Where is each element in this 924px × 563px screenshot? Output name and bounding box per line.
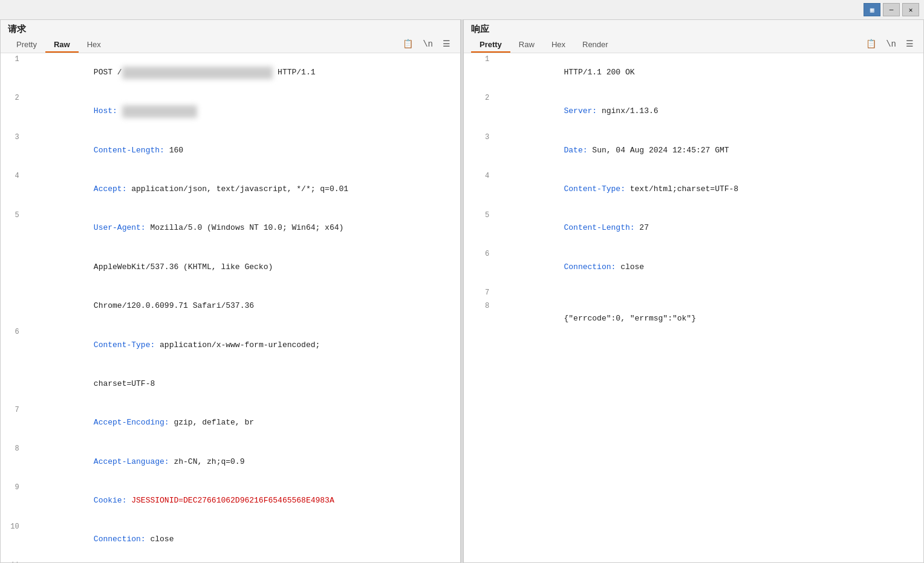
line-content: Chrome/120.0.6099.71 Safari/537.36 [25,287,460,325]
resp-body: {"errcode":0, "errmsg":"ok"} [564,314,696,323]
line-number [1,248,25,287]
line-number: 4 [1,170,25,209]
request-title: 请求 [8,24,453,35]
line-number: 1 [1,53,25,92]
resp-header-key: Date: [564,146,588,155]
resp-header-val: nginx/1.13.6 [597,106,658,116]
table-row: 3 Date: Sun, 04 Aug 2024 12:45:27 GMT [464,131,923,170]
header-val: application/x-www-form-urlencoded; [155,340,320,350]
resp-header-val: close [616,262,644,272]
resp-header-val: 27 [635,223,649,232]
newline-icon[interactable]: \n [420,38,435,50]
layout-btn-split[interactable]: ▦ [864,3,880,16]
request-header: 请求 Pretty Raw Hex 📋 \n ☰ [1,20,460,53]
response-lines-table: 1 HTTP/1.1 200 OK 2 Server: nginx/1.13.6 [464,53,923,339]
table-row: 1 POST /████████████████████████████████… [1,53,460,92]
tab-request-hex[interactable]: Hex [79,37,109,53]
method-text: POST / [94,68,122,77]
main-content: 请求 Pretty Raw Hex 📋 \n ☰ 1 [0,19,924,563]
line-content: Server: nginx/1.13.6 [495,92,923,131]
header-key: Accept-Language: [94,457,169,466]
line-number: 7 [464,287,495,299]
line-number: 6 [464,248,495,287]
header-key: Accept: [94,184,127,194]
table-row: 1 HTTP/1.1 200 OK [464,53,923,92]
line-content: HTTP/1.1 200 OK [495,53,923,92]
tab-response-raw[interactable]: Raw [510,37,543,53]
header-key: Cookie: [94,496,127,505]
line-content: Content-Length: 27 [495,209,923,248]
header-key: Content-Type: [94,340,155,350]
line-content: Connection: close [495,248,923,287]
close-icon: ✕ [909,6,913,14]
layout-btn-close[interactable]: ✕ [902,3,919,16]
line-content: {"errcode":0, "errmsg":"ok"} [495,300,923,339]
copy-icon[interactable]: 📋 [400,37,415,50]
table-row: 8 {"errcode":0, "errmsg":"ok"} [464,300,923,339]
menu-icon[interactable]: ☰ [440,37,453,50]
header-val-cont: AppleWebKit/537.36 (KHTML, like Gecko) [94,262,273,272]
copy-icon-response[interactable]: 📋 [864,37,879,50]
table-row: 9 Cookie: JSESSIONID=DEC27661062D96216F6… [1,481,460,520]
header-val: application/json, text/javascript, */*; … [126,184,348,194]
line-content: User-Agent: Mozilla/5.0 (Windows NT 10.0… [25,209,460,248]
tab-response-render[interactable]: Render [574,37,617,53]
header-key: Connection: [94,535,146,544]
resp-header-key: Connection: [564,262,616,272]
table-row: 8 Accept-Language: zh-CN, zh;q=0.9 [1,443,460,481]
table-row: 10 Connection: close [1,521,460,559]
top-bar: ▦ — ✕ [0,0,924,19]
table-row: 6 Content-Type: application/x-www-form-u… [1,326,460,365]
status-line: HTTP/1.1 200 OK [564,68,635,77]
request-tab-icons: 📋 \n ☰ [400,37,453,53]
cookie-value: JSESSIONID=DEC27661062D96216F65465568E49… [126,496,334,505]
line-number [1,287,25,325]
resp-header-val: text/html;charset=UTF-8 [625,184,738,194]
response-title: 响应 [471,24,916,35]
line-number: 3 [464,131,495,170]
line-content [495,287,923,299]
response-content: 1 HTTP/1.1 200 OK 2 Server: nginx/1.13.6 [464,53,923,562]
header-val-cont: charset=UTF-8 [94,379,155,388]
header-key: Host: [94,106,117,116]
line-content: Connection: close [25,521,460,559]
layout-btn-minimize[interactable]: — [883,3,900,16]
line-content: Cookie: JSESSIONID=DEC27661062D96216F654… [25,481,460,520]
http-version: HTTP/1.1 [273,68,315,77]
split-icon: ▦ [870,6,874,14]
request-panel: 请求 Pretty Raw Hex 📋 \n ☰ 1 [0,19,461,563]
tab-request-raw[interactable]: Raw [45,37,79,53]
response-panel: 响应 Pretty Raw Hex Render 📋 \n ☰ 1 [463,19,924,563]
line-content: Content-Type: application/x-www-form-url… [25,326,460,365]
line-number: 9 [1,481,25,520]
resp-header-val: Sun, 04 Aug 2024 12:45:27 GMT [588,146,729,155]
line-content: Host: ████████████████ [25,92,460,131]
line-number: 2 [1,92,25,131]
tab-request-pretty[interactable]: Pretty [8,37,45,53]
line-number: 8 [1,443,25,481]
header-val: Mozilla/5.0 (Windows NT 10.0; Win64; x64… [146,223,344,232]
newline-icon-response[interactable]: \n [883,38,899,50]
line-content: Accept: application/json, text/javascrip… [25,170,460,209]
table-row: 4 Accept: application/json, text/javascr… [1,170,460,209]
menu-icon-response[interactable]: ☰ [903,37,916,50]
line-number [1,365,25,403]
header-val: 160 [164,146,183,155]
table-row: 4 Content-Type: text/html;charset=UTF-8 [464,170,923,209]
header-val: zh-CN, zh;q=0.9 [169,457,245,466]
line-content: charset=UTF-8 [25,365,460,403]
table-row: 2 Host: ████████████████ [1,92,460,131]
resp-header-key: Content-Length: [564,223,635,232]
request-lines-table: 1 POST /████████████████████████████████… [1,53,460,562]
tab-response-pretty[interactable]: Pretty [471,37,510,53]
table-row: 6 Connection: close [464,248,923,287]
resp-header-key: Server: [564,106,597,116]
tab-response-hex[interactable]: Hex [543,37,574,53]
header-key: Accept-Encoding: [94,418,169,427]
line-content [25,559,460,562]
line-number: 3 [1,131,25,170]
line-number: 6 [1,326,25,365]
line-content: POST /████████████████████████████████ H… [25,53,460,92]
table-row: AppleWebKit/537.36 (KHTML, like Gecko) [1,248,460,287]
line-number: 7 [1,404,25,443]
